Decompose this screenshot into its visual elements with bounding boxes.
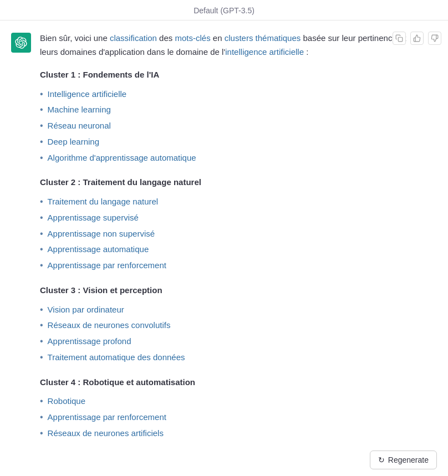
- list-item: Traitement automatique des données: [40, 351, 415, 365]
- list-item: Traitement du langage naturel: [40, 195, 415, 209]
- clusters-container: Cluster 1 : Fondements de l'IAIntelligen…: [40, 68, 415, 472]
- link-clusters: clusters thématiques: [225, 33, 301, 43]
- cluster-title-4: Cluster 4 : Robotique et automatisation: [40, 376, 415, 390]
- action-icons: [393, 32, 441, 45]
- copy-button[interactable]: [393, 32, 406, 45]
- avatar: [11, 33, 31, 53]
- list-item-text: Réseau neuronal: [48, 119, 111, 133]
- link-classification: classification: [110, 33, 157, 43]
- list-item: Apprentissage par renforcement: [40, 259, 415, 273]
- list-item: Intelligence artificielle: [40, 88, 415, 101]
- list-item-text: Traitement automatique des données: [48, 351, 185, 365]
- model-label: Default (GPT-3.5): [194, 6, 254, 15]
- cluster-title-2: Cluster 2 : Traitement du langage nature…: [40, 176, 415, 190]
- thumbs-down-button[interactable]: [428, 32, 441, 45]
- copy-icon: [395, 34, 403, 42]
- list-item-text: Machine learning: [48, 103, 111, 117]
- list-item-text: Apprentissage supervisé: [48, 211, 139, 225]
- regenerate-button[interactable]: ↻ Regenerate: [370, 451, 437, 469]
- list-item-text: Réseaux de neurones convolutifs: [48, 319, 171, 332]
- list-item: Algorithme d'apprentissage automatique: [40, 151, 415, 165]
- list-item: Apprentissage non supervisé: [40, 227, 415, 241]
- intro-paragraph: Bien sûr, voici une classification des m…: [40, 32, 415, 59]
- message-text: Bien sûr, voici une classification des m…: [40, 32, 415, 476]
- list-item: Vision par ordinateur: [40, 303, 415, 317]
- cluster-list-1: Intelligence artificielleMachine learnin…: [40, 88, 415, 165]
- message-block: Bien sûr, voici une classification des m…: [0, 21, 448, 476]
- list-item: Réseaux de neurones artificiels: [40, 427, 415, 441]
- regenerate-label: Regenerate: [388, 455, 429, 464]
- cluster-list-2: Traitement du langage naturelApprentissa…: [40, 195, 415, 273]
- list-item-text: Apprentissage par renforcement: [48, 259, 166, 273]
- cluster-section-2: Cluster 2 : Traitement du langage nature…: [40, 176, 415, 273]
- list-item: Robotique: [40, 395, 415, 408]
- list-item: Réseau neuronal: [40, 119, 415, 133]
- cluster-title-3: Cluster 3 : Vision et perception: [40, 284, 415, 298]
- list-item-text: Vision par ordinateur: [48, 303, 124, 317]
- list-item-text: Intelligence artificielle: [48, 88, 127, 101]
- regenerate-bar: ↻ Regenerate: [0, 444, 448, 476]
- svg-rect-0: [398, 38, 403, 42]
- chatgpt-logo-icon: [15, 37, 27, 49]
- list-item-text: Robotique: [48, 395, 85, 408]
- list-item-text: Apprentissage par renforcement: [48, 411, 166, 424]
- list-item: Apprentissage supervisé: [40, 211, 415, 225]
- list-item: Deep learning: [40, 135, 415, 149]
- top-bar: Default (GPT-3.5): [0, 0, 448, 21]
- thumbs-up-icon: [413, 34, 421, 42]
- list-item: Apprentissage profond: [40, 335, 415, 349]
- thumbs-up-button[interactable]: [410, 32, 424, 45]
- list-item-text: Apprentissage automatique: [48, 243, 149, 257]
- list-item-text: Réseaux de neurones artificiels: [48, 427, 164, 441]
- thumbs-down-icon: [431, 34, 439, 42]
- link-intelligence-artificielle: intelligence artificielle: [225, 47, 304, 57]
- list-item-text: Apprentissage non supervisé: [48, 227, 155, 241]
- list-item-text: Algorithme d'apprentissage automatique: [48, 151, 196, 165]
- cluster-title-1: Cluster 1 : Fondements de l'IA: [40, 68, 415, 82]
- list-item: Réseaux de neurones convolutifs: [40, 319, 415, 332]
- cluster-section-1: Cluster 1 : Fondements de l'IAIntelligen…: [40, 68, 415, 165]
- cluster-list-3: Vision par ordinateurRéseaux de neurones…: [40, 303, 415, 365]
- link-mots-cles: mots-clés: [175, 33, 210, 43]
- list-item: Apprentissage automatique: [40, 243, 415, 257]
- list-item-text: Apprentissage profond: [48, 335, 131, 349]
- list-item-text: Traitement du langage naturel: [48, 195, 159, 209]
- regenerate-icon: ↻: [378, 455, 385, 464]
- list-item-text: Deep learning: [48, 135, 99, 149]
- list-item: Apprentissage par renforcement: [40, 411, 415, 424]
- list-item: Machine learning: [40, 103, 415, 117]
- cluster-section-3: Cluster 3 : Vision et perceptionVision p…: [40, 284, 415, 365]
